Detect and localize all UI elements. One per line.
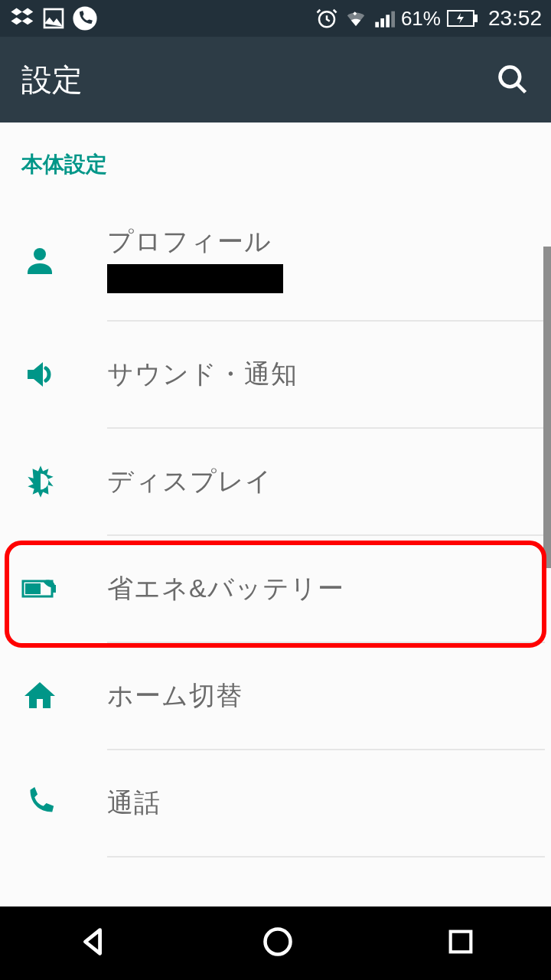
svg-point-9 — [500, 67, 520, 87]
status-bar: 61% 23:52 — [0, 0, 551, 37]
svg-rect-3 — [375, 22, 379, 28]
home-icon — [21, 678, 107, 714]
page-title: 設定 — [21, 59, 83, 101]
settings-item-call[interactable]: 通話 — [0, 750, 551, 856]
svg-rect-4 — [380, 18, 384, 28]
svg-rect-5 — [386, 15, 390, 27]
settings-item-home[interactable]: ホーム切替 — [0, 643, 551, 749]
status-right: 61% 23:52 — [315, 6, 542, 31]
search-button[interactable] — [496, 63, 530, 96]
svg-rect-6 — [391, 11, 395, 28]
svg-rect-13 — [25, 583, 41, 594]
navigation-bar — [0, 906, 551, 980]
brightness-icon — [21, 462, 107, 501]
section-header-device: 本体設定 — [0, 122, 551, 201]
person-icon — [21, 242, 107, 279]
settings-item-label: 通話 — [107, 786, 530, 821]
settings-item-sound[interactable]: サウンド・通知 — [0, 322, 551, 427]
alarm-icon — [315, 7, 338, 30]
dropbox-icon — [9, 5, 35, 31]
settings-item-label: サウンド・通知 — [107, 357, 530, 392]
signal-icon — [373, 8, 395, 29]
phone-circle-icon — [72, 5, 98, 31]
settings-item-profile[interactable]: プロフィール — [0, 201, 551, 320]
svg-point-14 — [265, 929, 290, 955]
svg-point-1 — [73, 6, 96, 30]
settings-item-label: プロフィール — [107, 224, 530, 260]
divider — [107, 856, 545, 858]
svg-point-10 — [34, 248, 46, 260]
home-button[interactable] — [261, 925, 295, 962]
settings-item-label: 省エネ&バッテリー — [107, 571, 530, 606]
settings-item-battery[interactable]: 省エネ&バッテリー — [0, 536, 551, 642]
battery-percent: 61% — [401, 7, 441, 31]
settings-list: 本体設定 プロフィール サウンド・通知 ディスプレイ — [0, 122, 551, 906]
back-button[interactable] — [75, 924, 110, 962]
volume-icon — [21, 356, 107, 393]
phone-icon — [21, 786, 107, 821]
svg-rect-8 — [474, 15, 477, 21]
app-bar: 設定 — [0, 37, 551, 122]
settings-item-display[interactable]: ディスプレイ — [0, 429, 551, 534]
settings-item-label: ホーム切替 — [107, 678, 530, 714]
battery-charging-icon — [447, 9, 478, 28]
recent-apps-button[interactable] — [445, 926, 476, 960]
wifi-icon — [344, 7, 367, 30]
image-icon — [41, 6, 66, 31]
profile-value-redacted — [107, 264, 283, 293]
battery-leaf-icon — [21, 575, 107, 603]
status-left — [9, 5, 98, 31]
clock-time: 23:52 — [488, 6, 542, 31]
settings-item-label: ディスプレイ — [107, 464, 530, 499]
svg-rect-15 — [450, 932, 471, 952]
